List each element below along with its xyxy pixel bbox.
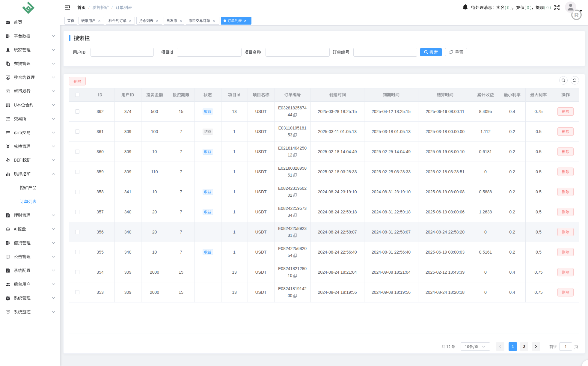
svg-text:R: R bbox=[574, 11, 579, 18]
